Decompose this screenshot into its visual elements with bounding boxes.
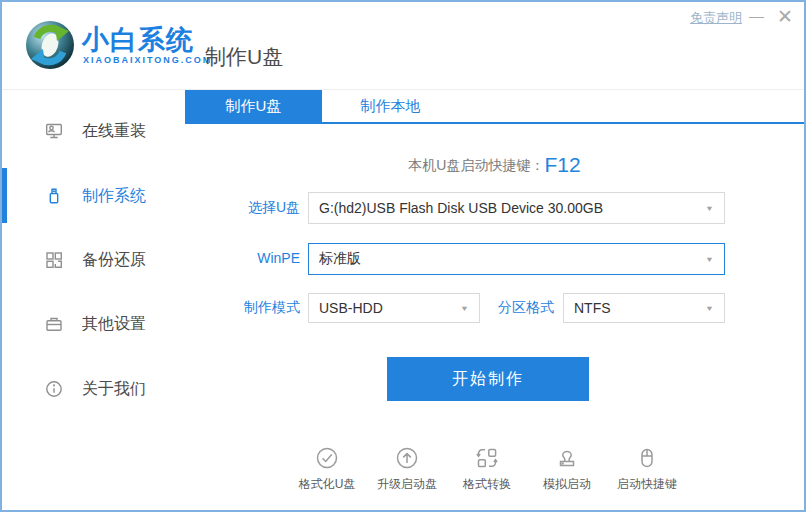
chevron-down-icon: ▼ — [705, 204, 714, 213]
close-button[interactable]: ✕ — [777, 5, 793, 29]
chevron-down-icon: ▼ — [705, 255, 714, 264]
disclaimer-link[interactable]: 免责声明 — [690, 9, 742, 27]
usb-drive-icon — [44, 186, 64, 206]
backup-restore-icon — [44, 250, 64, 270]
tool-upgrade-bootdisk[interactable]: 升级启动盘 — [371, 445, 443, 493]
minimize-button[interactable]: — — [749, 4, 764, 28]
winpe-select-value: 标准版 — [319, 250, 361, 268]
page-title: 制作U盘 — [205, 43, 283, 71]
tool-format-usb[interactable]: 格式化U盘 — [291, 445, 363, 493]
upgrade-bootdisk-icon — [394, 445, 420, 471]
sidebar-item-make-system[interactable]: 制作系统 — [2, 176, 185, 216]
boot-hotkey-icon — [634, 445, 660, 471]
brand-domain: XIAOBAIXITONG.COM — [83, 55, 212, 65]
app-window: 小白系统 XIAOBAIXITONG.COM 制作U盘 免责声明 — ✕ 在线重… — [0, 0, 806, 512]
partition-select-label: 分区格式 — [454, 299, 554, 317]
sidebar-item-label: 关于我们 — [82, 379, 146, 400]
tool-boot-hotkey[interactable]: 启动快捷键 — [611, 445, 683, 493]
sidebar-item-other-settings[interactable]: 其他设置 — [2, 304, 185, 344]
usb-select-dropdown[interactable]: G:(hd2)USB Flash Disk USB Device 30.00GB… — [308, 192, 725, 224]
boot-hotkey-line: 本机U盘启动快捷键：F12 — [185, 153, 804, 177]
sidebar-item-backup-restore[interactable]: 备份还原 — [2, 240, 185, 280]
tab-make-local[interactable]: 制作本地 — [322, 90, 459, 122]
sidebar-item-label: 备份还原 — [82, 250, 146, 271]
brand-name: 小白系统 — [82, 22, 194, 58]
mode-select-label: 制作模式 — [200, 299, 300, 317]
about-us-icon — [44, 379, 64, 399]
boot-hotkey-label: 本机U盘启动快捷键： — [408, 157, 544, 173]
mode-select-value: USB-HDD — [319, 300, 383, 316]
chevron-down-icon: ▼ — [705, 304, 714, 313]
online-reinstall-icon — [44, 121, 64, 141]
tool-simulate-boot[interactable]: 模拟启动 — [531, 445, 603, 493]
tool-label: 格式化U盘 — [299, 476, 356, 493]
tab-make-usb[interactable]: 制作U盘 — [185, 90, 322, 122]
winpe-select-label: WinPE — [200, 250, 300, 266]
tool-label: 升级启动盘 — [377, 476, 437, 493]
start-make-button[interactable]: 开始制作 — [387, 357, 589, 401]
other-settings-icon — [44, 314, 64, 334]
sidebar-item-about-us[interactable]: 关于我们 — [2, 369, 185, 409]
format-usb-icon — [314, 445, 340, 471]
sidebar-item-label: 其他设置 — [82, 314, 146, 335]
format-convert-icon — [474, 445, 500, 471]
partition-select-value: NTFS — [574, 300, 611, 316]
sidebar-item-label: 制作系统 — [82, 186, 146, 207]
boot-hotkey-value: F12 — [544, 153, 580, 176]
tool-label: 模拟启动 — [543, 476, 591, 493]
partition-select-dropdown[interactable]: NTFS ▼ — [563, 293, 725, 323]
tool-label: 启动快捷键 — [617, 476, 677, 493]
winpe-select-dropdown[interactable]: 标准版 ▼ — [308, 243, 725, 275]
sidebar-item-online-reinstall[interactable]: 在线重装 — [2, 111, 185, 151]
footer-toolbar: 格式化U盘 升级启动盘 格式 — [291, 445, 683, 493]
tool-format-convert[interactable]: 格式转换 — [451, 445, 523, 493]
tabbar: 制作U盘 制作本地 — [185, 90, 804, 124]
brand-logo-icon — [24, 19, 76, 71]
simulate-boot-icon — [554, 445, 580, 471]
usb-select-label: 选择U盘 — [200, 199, 300, 217]
sidebar-item-label: 在线重装 — [82, 121, 146, 142]
tool-label: 格式转换 — [463, 476, 511, 493]
usb-select-value: G:(hd2)USB Flash Disk USB Device 30.00GB — [319, 200, 603, 216]
